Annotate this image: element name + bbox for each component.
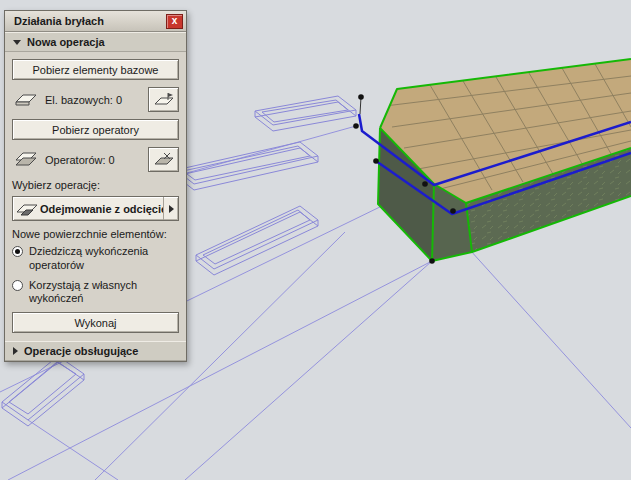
pick-base-elements-button[interactable]	[148, 87, 179, 112]
palette-titlebar[interactable]: Działania bryłach x	[5, 11, 186, 32]
dropdown-arrow-icon	[169, 205, 174, 213]
radio-own-finishes[interactable]: Korzystają z własnych wykończeń	[12, 279, 179, 307]
close-button[interactable]: x	[166, 14, 183, 29]
operation-value: Odejmowanie z odcięcie...	[40, 203, 163, 215]
expand-triangle-icon	[13, 347, 18, 355]
section-supporting-operations-label: Operacje obsługujące	[24, 345, 138, 357]
get-operators-button[interactable]: Pobierz operatory	[12, 119, 179, 140]
close-icon: x	[172, 16, 178, 26]
solid-operations-palette: Działania bryłach x Nowa operacja Pobier…	[4, 10, 187, 362]
operators-row: Operatorów: 0	[12, 147, 179, 172]
section-header-supporting-operations[interactable]: Operacje obsługujące	[5, 341, 186, 361]
application-window: { "palette": { "title": "Działania bryła…	[0, 0, 631, 480]
radio-unselected-icon	[12, 280, 23, 291]
operation-dropdown[interactable]: Odejmowanie z odcięcie...	[12, 196, 179, 221]
get-base-elements-button[interactable]: Pobierz elementy bazowe	[12, 59, 179, 80]
base-elements-row: El. bazowych: 0	[12, 87, 179, 112]
collapse-triangle-icon	[13, 40, 21, 45]
operator-slabs-icon	[12, 149, 39, 171]
palette-title: Działania bryłach	[14, 15, 166, 27]
radio-own-label: Korzystają z własnych wykończeń	[29, 279, 179, 307]
execute-button[interactable]: Wykonaj	[12, 312, 179, 333]
operators-count-label: Operatorów: 0	[45, 154, 142, 166]
dropdown-arrow	[163, 197, 178, 220]
radio-selected-icon	[12, 246, 23, 257]
section-header-new-operation[interactable]: Nowa operacja	[5, 32, 186, 52]
radio-inherit-finishes[interactable]: Dziedziczą wykończenia operatorów	[12, 245, 179, 273]
base-slab-icon	[12, 89, 39, 111]
operation-icon	[13, 198, 40, 220]
section-new-operation-label: Nowa operacja	[27, 36, 105, 48]
pick-base-icon	[153, 91, 175, 109]
radio-inherit-label: Dziedziczą wykończenia operatorów	[29, 245, 179, 273]
new-surfaces-label: Nowe powierzchnie elementów:	[12, 228, 179, 240]
palette-body: Pobierz elementy bazowe El. bazowych: 0 …	[5, 52, 186, 341]
choose-operation-label: Wybierz operację:	[12, 179, 179, 191]
pick-operators-button[interactable]	[148, 147, 179, 172]
pick-operator-icon	[153, 151, 175, 169]
base-count-label: El. bazowych: 0	[45, 94, 142, 106]
